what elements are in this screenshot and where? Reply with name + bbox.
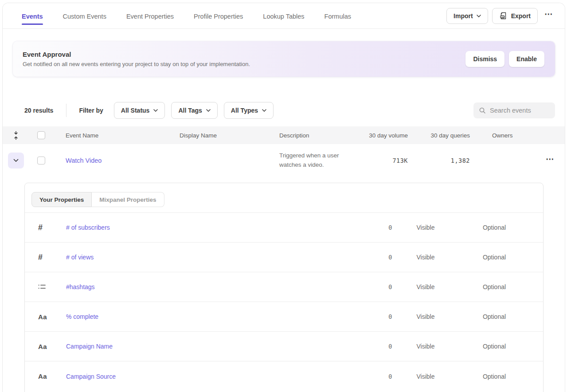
- enable-button[interactable]: Enable: [509, 51, 544, 67]
- filter-row: 20 results Filter by All Status All Tags…: [24, 102, 555, 119]
- property-row: #hashtags 0 Visible Optional: [25, 272, 543, 302]
- text-type-icon: Aa: [38, 313, 66, 321]
- more-options-icon[interactable]: ⋯: [542, 9, 555, 23]
- tab-mixpanel-properties[interactable]: Mixpanel Properties: [92, 192, 164, 207]
- tab-events[interactable]: Events: [22, 4, 43, 27]
- search-icon: [479, 107, 486, 114]
- property-requirement: Optional: [459, 254, 530, 261]
- tab-formulas[interactable]: Formulas: [325, 4, 351, 27]
- filter-by-label: Filter by: [79, 107, 103, 114]
- property-visibility: Visible: [392, 343, 459, 350]
- column-description: Description: [279, 132, 364, 139]
- property-queries: 0: [344, 283, 392, 290]
- tab-custom-events[interactable]: Custom Events: [63, 4, 106, 27]
- row-more-options-icon[interactable]: ⋯: [537, 154, 562, 168]
- event-approval-banner: Event Approval Get notified on all new e…: [13, 41, 555, 77]
- chevron-down-icon: [206, 109, 211, 112]
- property-visibility: Visible: [392, 313, 459, 320]
- lexicon-page: Events Custom Events Event Properties Pr…: [2, 3, 565, 392]
- property-queries: 0: [344, 343, 392, 350]
- property-row: Aa % complete 0 Visible Optional: [25, 302, 543, 332]
- property-visibility: Visible: [392, 283, 459, 290]
- chevron-down-icon: [262, 109, 266, 112]
- chevron-down-icon: [153, 109, 158, 112]
- banner-description: Get notified on all new events entering …: [23, 61, 250, 67]
- property-name-link[interactable]: # of subscribers: [66, 224, 344, 231]
- topbar-actions: Import csv Export ⋯: [446, 8, 555, 24]
- dismiss-button[interactable]: Dismiss: [465, 51, 504, 67]
- property-queries: 0: [344, 224, 392, 231]
- property-name-link[interactable]: Campaign Source: [66, 373, 344, 380]
- property-requirement: Optional: [459, 283, 530, 290]
- collapse-row-button[interactable]: [8, 153, 24, 169]
- tab-profile-properties[interactable]: Profile Properties: [194, 4, 243, 27]
- banner-title: Event Approval: [23, 51, 250, 58]
- export-button[interactable]: csv Export: [492, 8, 538, 24]
- import-button[interactable]: Import: [446, 8, 488, 24]
- property-visibility: Visible: [392, 254, 459, 261]
- csv-file-icon: csv: [499, 12, 508, 20]
- number-type-icon: #: [38, 223, 66, 232]
- property-name-link[interactable]: % complete: [66, 313, 344, 320]
- properties-tab-bar: Your Properties Mixpanel Properties: [25, 183, 543, 213]
- lexicon-tabs: Events Custom Events Event Properties Pr…: [22, 4, 351, 27]
- property-row: Aa Campaign Name 0 Visible Optional: [25, 332, 543, 361]
- property-visibility: Visible: [392, 224, 459, 231]
- event-volume: 713K: [364, 157, 408, 164]
- column-30-day-queries: 30 day queries: [408, 132, 470, 139]
- types-filter-value: All Types: [231, 107, 258, 114]
- select-all-checkbox[interactable]: [37, 131, 45, 139]
- divider: [66, 104, 66, 117]
- property-requirement: Optional: [459, 373, 530, 380]
- column-event-name: Event Name: [66, 132, 180, 139]
- banner-actions: Dismiss Enable: [465, 51, 544, 67]
- status-filter-value: All Status: [121, 107, 150, 114]
- event-table-row: Watch Video Triggered when a user watche…: [3, 144, 565, 177]
- property-queries: 0: [344, 313, 392, 320]
- number-type-icon: #: [38, 253, 66, 262]
- search-input[interactable]: [490, 107, 547, 114]
- property-name-link[interactable]: Campaign Name: [66, 343, 344, 350]
- status-filter-dropdown[interactable]: All Status: [114, 102, 165, 119]
- collapse-all-icon[interactable]: [13, 131, 36, 140]
- property-visibility: Visible: [392, 373, 459, 380]
- property-requirement: Optional: [459, 224, 530, 231]
- events-table-header: Event Name Display Name Description 30 d…: [3, 126, 565, 144]
- property-row: # # of views 0 Visible Optional: [25, 243, 543, 272]
- import-button-label: Import: [454, 12, 473, 20]
- search-box: [473, 102, 555, 118]
- chevron-down-icon: [13, 159, 19, 162]
- property-requirement: Optional: [459, 343, 530, 350]
- text-type-icon: Aa: [38, 343, 66, 350]
- types-filter-dropdown[interactable]: All Types: [224, 102, 274, 119]
- property-queries: 0: [344, 373, 392, 380]
- results-count: 20 results: [24, 107, 53, 114]
- property-requirement: Optional: [459, 313, 530, 320]
- column-30-day-volume: 30 day volume: [364, 132, 408, 139]
- property-row: Aa Campaign Source 0 Visible Optional: [25, 361, 543, 391]
- event-name-link[interactable]: Watch Video: [66, 157, 180, 164]
- property-queries: 0: [344, 254, 392, 261]
- tags-filter-value: All Tags: [178, 107, 202, 114]
- tab-lookup-tables[interactable]: Lookup Tables: [263, 4, 304, 27]
- chevron-down-icon: [477, 15, 481, 17]
- tags-filter-dropdown[interactable]: All Tags: [171, 102, 217, 119]
- event-queries: 1,382: [408, 157, 470, 164]
- top-navigation-bar: Events Custom Events Event Properties Pr…: [3, 3, 565, 29]
- text-type-icon: Aa: [38, 372, 66, 380]
- banner-text: Event Approval Get notified on all new e…: [23, 51, 250, 67]
- list-type-icon: [38, 284, 66, 290]
- row-checkbox[interactable]: [37, 157, 45, 165]
- property-name-link[interactable]: #hashtags: [66, 283, 344, 290]
- tab-event-properties[interactable]: Event Properties: [126, 4, 174, 27]
- property-name-link[interactable]: # of views: [66, 254, 344, 261]
- tab-your-properties[interactable]: Your Properties: [31, 192, 92, 207]
- svg-text:csv: csv: [501, 16, 505, 18]
- event-properties-panel: Your Properties Mixpanel Properties # # …: [24, 183, 544, 392]
- event-description: Triggered when a user watches a video.: [279, 151, 364, 170]
- export-button-label: Export: [511, 12, 531, 20]
- column-owners: Owners: [470, 132, 537, 139]
- column-display-name: Display Name: [180, 132, 279, 139]
- property-row: # # of subscribers 0 Visible Optional: [25, 213, 543, 243]
